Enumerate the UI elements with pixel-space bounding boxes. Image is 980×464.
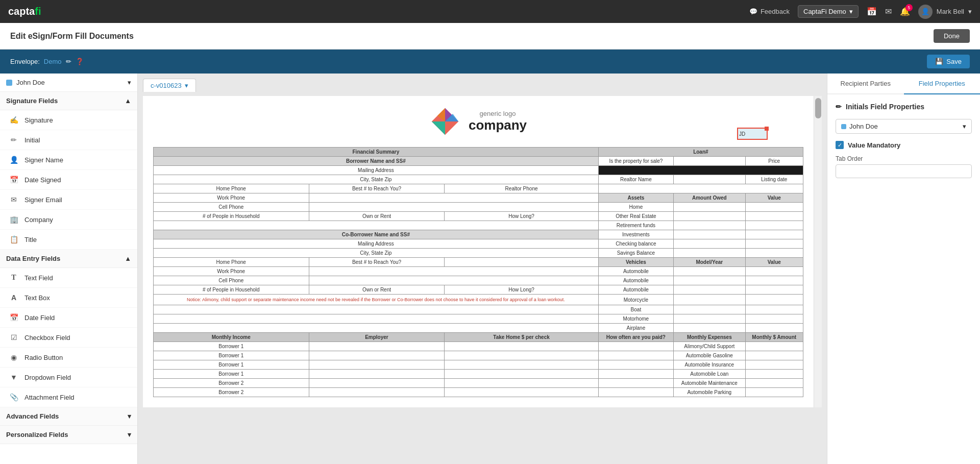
user-area[interactable]: 👤 Mark Bell ▾ <box>918 5 972 19</box>
empty-e8 <box>745 351 803 360</box>
personalized-fields-expand-icon: ▾ <box>128 431 131 438</box>
borrower1-4-cell: Borrower 1 <box>154 370 309 379</box>
empty-cell-25 <box>674 285 745 295</box>
edit-icon[interactable]: ✏ <box>66 58 71 65</box>
field-item-title[interactable]: 📋 Title <box>0 230 137 250</box>
logo-area: captafi <box>8 6 41 17</box>
mail-icon[interactable]: ✉ <box>885 7 892 16</box>
coborrower-household-cell: # of People in Household <box>154 285 309 295</box>
tab-order-input[interactable] <box>836 164 972 178</box>
field-item-text-box[interactable]: A Text Box <box>0 288 137 308</box>
field-item-signature[interactable]: ✍ Signature <box>0 110 137 130</box>
field-item-attachment-field[interactable]: 📎 Attachment Field <box>0 387 137 407</box>
calendar-icon[interactable]: 📅 <box>867 7 877 16</box>
signer-dropdown[interactable]: John Doe ▾ <box>836 119 972 134</box>
borrower1-3-cell: Borrower 1 <box>154 360 309 370</box>
tab-recipient-parties[interactable]: Recipient Parties <box>827 74 904 93</box>
take-home-header: Take Home $ per check <box>445 333 598 342</box>
field-item-checkbox-field[interactable]: ☑ Checkbox Field <box>0 328 137 348</box>
empty-cell-19 <box>309 267 598 276</box>
field-item-radio-button[interactable]: ◉ Radio Button <box>0 348 137 368</box>
empty-cell-12 <box>674 230 745 239</box>
empty-cell-6 <box>674 203 745 212</box>
empty-e4 <box>745 342 803 351</box>
signature-fields-header[interactable]: Signature Fields ▲ <box>0 92 137 110</box>
monthly-income-header: Monthly Income <box>154 333 309 342</box>
date-field-icon: 📅 <box>8 312 19 323</box>
envelope-name[interactable]: Demo <box>44 58 62 65</box>
field-item-date-signed[interactable]: 📅 Date Signed <box>0 170 137 190</box>
company-selector[interactable]: CaptaFi Demo ▾ <box>798 5 859 18</box>
monthly-amount-header: Monthly $ Amount <box>745 333 803 342</box>
empty-cell-2 <box>674 175 745 184</box>
empty-cell-28 <box>745 295 803 305</box>
recipient-parties-label: Recipient Parties <box>841 80 891 87</box>
auto-insurance-cell: Automobile Insurance <box>674 360 745 370</box>
avatar-icon: 👤 <box>921 8 929 15</box>
resize-handle[interactable] <box>765 127 769 131</box>
coborrower-best-reach-cell: Best # to Reach You? <box>309 258 445 267</box>
done-button[interactable]: Done <box>934 29 970 43</box>
value-mandatory-checkbox[interactable]: ✓ <box>836 141 844 149</box>
value-cell: Value <box>745 193 803 203</box>
document-tab[interactable]: c-v010623 ▾ <box>143 79 196 92</box>
empty-cell-5 <box>309 203 598 212</box>
feedback-label: Feedback <box>761 8 790 15</box>
checking-cell: Checking balance <box>598 239 673 249</box>
tab-bar: c-v010623 ▾ <box>143 79 822 92</box>
personalized-fields-header[interactable]: Personalized Fields ▾ <box>0 426 137 444</box>
personalized-fields-label: Personalized Fields <box>6 431 68 438</box>
scroll-thumb[interactable] <box>815 98 821 118</box>
field-item-signer-name[interactable]: 👤 Signer Name <box>0 150 137 170</box>
user-name: Mark Bell <box>937 8 964 15</box>
save-button[interactable]: 💾 Save <box>927 55 970 68</box>
auto-maintenance-cell: Automobile Maintenance <box>674 379 745 388</box>
field-item-company[interactable]: 🏢 Company <box>0 210 137 230</box>
initials-text: JD <box>738 131 745 137</box>
assets-cell: Assets <box>598 193 673 203</box>
initials-field-overlay[interactable]: JD <box>737 128 768 140</box>
empty-cell-8 <box>674 212 745 221</box>
tab-field-properties[interactable]: Field Properties <box>904 74 981 94</box>
help-icon[interactable]: ❓ <box>76 58 84 65</box>
empty-cell-18 <box>445 258 598 267</box>
empty-e7 <box>598 351 673 360</box>
field-item-signer-email[interactable]: ✉ Signer Email <box>0 190 137 210</box>
empty-e20 <box>745 379 803 388</box>
title-icon: 📋 <box>8 234 19 245</box>
signer-chevron-icon: ▾ <box>128 79 131 86</box>
notification-badge: 5 <box>905 4 913 11</box>
data-entry-fields-header[interactable]: Data Entry Fields ▲ <box>0 250 137 268</box>
panel-content: ✏ Initials Field Properties John Doe ▾ ✓… <box>827 94 980 193</box>
value-mandatory-label: Value Mandatory <box>848 141 900 149</box>
empty-e21 <box>309 388 445 397</box>
coborrower-home-phone-cell: Home Phone <box>154 258 309 267</box>
field-item-text-field[interactable]: T Text Field <box>0 268 137 288</box>
field-item-date-field[interactable]: 📅 Date Field <box>0 308 137 328</box>
bell-icon[interactable]: 🔔 5 <box>900 7 910 16</box>
empty-e23 <box>598 388 673 397</box>
date-field-label: Date Field <box>24 314 55 322</box>
signer-selector[interactable]: John Doe ▾ <box>0 74 137 92</box>
own-rent-cell: Own or Rent <box>309 212 445 221</box>
advanced-fields-header[interactable]: Advanced Fields ▾ <box>0 407 137 426</box>
signer-email-icon: ✉ <box>8 194 19 205</box>
empty-cell-31 <box>674 314 745 324</box>
dropdown-field-label: Dropdown Field <box>24 374 71 381</box>
empty-cell-21 <box>745 267 803 276</box>
savings-cell: Savings Balance <box>598 249 673 258</box>
feedback-button[interactable]: 💬 Feedback <box>749 8 790 15</box>
company-icon: 🏢 <box>8 214 19 225</box>
panel-signer-name: John Doe <box>849 123 878 130</box>
doc-tab-chevron-icon: ▾ <box>185 82 188 89</box>
empty-e13 <box>309 370 445 379</box>
left-sidebar: John Doe ▾ Signature Fields ▲ ✍ Signatur… <box>0 74 138 464</box>
empty-cell-30 <box>745 305 803 314</box>
signature-label: Signature <box>24 116 53 124</box>
scrollbar[interactable] <box>814 96 822 407</box>
home-asset-cell: Home <box>598 203 673 212</box>
checkbox-field-label: Checkbox Field <box>24 334 70 341</box>
vehicles-value-cell: Value <box>745 258 803 267</box>
field-item-dropdown-field[interactable]: ▼ Dropdown Field <box>0 368 137 387</box>
field-item-initial[interactable]: ✏ Initial <box>0 130 137 150</box>
